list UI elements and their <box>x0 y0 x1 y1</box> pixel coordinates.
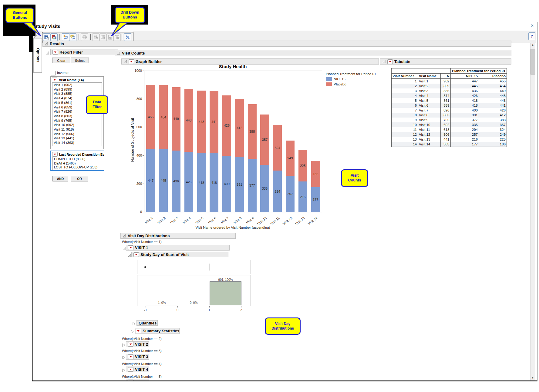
visit-2-menu-icon[interactable] <box>128 342 133 347</box>
x-tick-label: 2 <box>237 308 246 312</box>
bar-value-label: 377 <box>246 184 258 187</box>
summary-statistics-menu-icon[interactable] <box>136 329 141 333</box>
study-day-menu-icon[interactable] <box>133 252 139 257</box>
subject-records-icon <box>99 33 107 41</box>
table-cell: Visit 7 <box>418 108 441 113</box>
select-button[interactable]: Select <box>71 58 89 63</box>
study-day-outline-bar[interactable]: Study Day of Start of Visit <box>131 252 228 257</box>
visit-name-menu-icon[interactable] <box>52 78 57 82</box>
visit-3-outline-bar[interactable]: VISIT 3 <box>126 354 149 360</box>
histogram-bar[interactable] <box>210 281 241 305</box>
summary-statistics-outline-bar[interactable]: Summary Statistics <box>135 328 180 334</box>
table-cell: 803 <box>441 113 451 118</box>
disclosure-open-icon[interactable] <box>45 42 48 45</box>
inverse-checkbox[interactable] <box>51 71 56 75</box>
table-cell: 448 <box>479 93 507 98</box>
filter-list-item[interactable]: COMPLETED (8596) <box>53 157 102 161</box>
table-cell: 357 <box>479 122 507 127</box>
table-cell: 443 <box>479 98 507 103</box>
graph-builder-menu-icon[interactable] <box>129 59 134 64</box>
vertical-scrollbar[interactable] <box>530 43 535 380</box>
toolbar-separator <box>59 34 60 40</box>
histogram-bin-label: 901, 100% <box>214 278 238 281</box>
report-filter-menu-icon[interactable] <box>52 50 58 55</box>
view-notes-icon[interactable] <box>69 33 76 41</box>
filter-list-item[interactable]: Visit 13 (441) <box>52 136 102 141</box>
table-cell: Visit 9 <box>418 118 441 122</box>
table-cell: 692 <box>441 122 451 127</box>
filter-list-item[interactable]: Visit 1 (902) <box>52 83 102 87</box>
visit-day-outline-bar[interactable]: Visit Day Distributions <box>120 233 236 239</box>
scroll-down-icon[interactable]: ▼ <box>531 376 534 379</box>
legend-entry-label: Placebo <box>334 82 346 86</box>
histogram-bin-label: 1, 0% <box>150 301 174 304</box>
disclosure-closed-icon[interactable] <box>131 329 134 335</box>
disclosure-open-icon[interactable] <box>46 50 49 56</box>
table-cell: 257 <box>451 132 479 137</box>
tabulate-outline-bar[interactable]: Tabulate <box>380 58 511 65</box>
filter-list-item[interactable]: Visit 11 (618) <box>52 127 102 132</box>
table-cell: Visit 13 <box>418 137 441 142</box>
visit-1-outline-bar[interactable]: VISIT 1 <box>126 245 230 251</box>
scroll-up-icon[interactable]: ▲ <box>531 43 534 46</box>
help-button[interactable]: ? <box>528 32 535 40</box>
table-row: 10Visit 10692335357 <box>392 122 507 127</box>
disclosure-closed-icon[interactable] <box>122 355 125 360</box>
filter-list-item[interactable]: Visit 9 (765) <box>52 118 102 123</box>
disclosure-closed-icon[interactable] <box>122 343 125 348</box>
disclosure-closed-icon[interactable] <box>122 368 125 373</box>
screenshot-page: Study Visits ✕ AE ? Options <box>0 0 539 392</box>
bar-value-label: 391 <box>233 183 245 186</box>
bar-value-label: 426 <box>221 124 233 127</box>
disclosure-closed-icon[interactable] <box>133 321 136 327</box>
filter-list-item[interactable]: LOST TO FOLLOW-UP (233) <box>53 165 102 170</box>
close-window-icon[interactable]: ✕ <box>531 23 534 28</box>
disclosure-open-icon[interactable] <box>128 253 131 258</box>
clear-button[interactable]: Clear <box>52 58 70 63</box>
table-cell: 455 <box>479 79 507 84</box>
save-image-icon[interactable] <box>50 33 58 41</box>
y-tick-label: 0 <box>130 210 142 214</box>
table-cell: Visit 2 <box>418 84 441 88</box>
visit-1-menu-icon[interactable] <box>128 245 133 250</box>
disposition-menu-icon[interactable] <box>52 152 58 157</box>
table-row: 9Visit 9765377388 <box>392 118 507 122</box>
bar-value-label: 294 <box>271 190 284 193</box>
report-filter-outline-bar[interactable]: Report Filter <box>50 49 118 55</box>
disclosure-open-icon[interactable] <box>382 60 386 63</box>
quantiles-outline-bar[interactable]: Quantiles <box>136 320 158 326</box>
filter-list-item[interactable]: DEATH (1465) <box>53 161 102 166</box>
report-view-icon[interactable] <box>43 33 50 41</box>
results-outline-bar[interactable]: Results <box>42 41 511 47</box>
histogram-bar[interactable] <box>146 305 178 306</box>
x-axis-title: Visit Name ordered by Visit Number (asce… <box>144 226 322 229</box>
filter-list-item[interactable]: Visit 2 (899) <box>52 87 102 92</box>
visit-2-outline-bar[interactable]: VISIT 2 <box>126 341 149 347</box>
table-cell: 449 <box>479 88 507 93</box>
visit-4-menu-icon[interactable] <box>128 367 133 372</box>
visit-counts-outline-bar[interactable]: Visit Counts <box>115 50 511 56</box>
legend-title: Planned Treatment for Period 01 <box>326 72 376 76</box>
visit-4-outline-bar[interactable]: VISIT 4 <box>126 367 149 372</box>
graph-builder-outline-bar[interactable]: Graph Builder <box>121 58 379 65</box>
filter-list-item[interactable]: Visit 8 (803) <box>52 114 102 118</box>
legend-swatch <box>326 77 332 81</box>
filter-list-item[interactable]: Visit 12 (506) <box>52 132 102 136</box>
disclosure-open-icon[interactable] <box>117 51 120 55</box>
disclosure-open-icon[interactable] <box>123 60 127 63</box>
where-clause: Where(:Visit Number == 5) <box>122 375 162 378</box>
tabulate-menu-icon[interactable] <box>387 59 393 64</box>
y-tick-label: 400 <box>130 154 142 157</box>
disclosure-open-icon[interactable] <box>122 246 126 251</box>
scrollbar-thumb[interactable] <box>531 49 535 75</box>
options-panel-tab[interactable]: Options <box>33 38 42 73</box>
filter-list-item[interactable]: Visit 14 (363) <box>52 141 102 145</box>
table-cell: 1 <box>392 79 418 84</box>
filter-list-item[interactable]: Visit 10 (692) <box>52 123 102 127</box>
disposition-list: COMPLETED (8596)DEATH (1465)LOST TO FOLL… <box>52 157 102 170</box>
and-button[interactable]: AND <box>52 176 68 181</box>
disclosure-open-icon[interactable] <box>123 234 126 238</box>
add-note-icon[interactable] <box>62 33 69 41</box>
visit-3-menu-icon[interactable] <box>128 354 133 359</box>
or-button[interactable]: OR <box>71 176 88 181</box>
